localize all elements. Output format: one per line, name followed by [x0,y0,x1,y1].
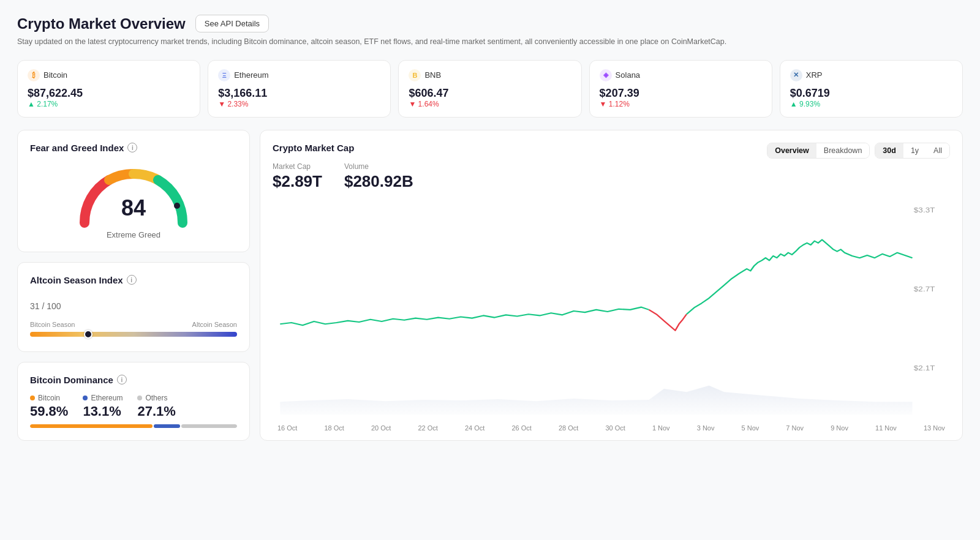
ticker-header-xrp: ✕ XRP [790,69,952,81]
fear-greed-info-icon[interactable]: i [127,143,137,152]
ticker-info-bitcoin: $87,622.45 ▲ 2.17% [28,87,83,108]
x-axis-label: 7 Nov [786,424,804,432]
dominance-value: 13.1% [83,403,123,419]
ticker-body-xrp: $0.6719 ▲ 9.93% [790,84,952,108]
main-grid: Fear and Greed Index i [17,130,963,441]
x-axis-label: 24 Oct [465,424,484,432]
dominance-bar-segment-bitcoin [30,424,153,428]
season-dot [84,330,92,339]
ticker-name-solana: Solana [616,70,640,80]
dominance-dot [137,396,142,400]
dominance-items: Bitcoin 59.8% Ethereum 13.1% Others 27.1… [30,394,237,419]
chart-header: Crypto Market Cap OverviewBreakdown 30d1… [273,143,950,159]
volume-metric: Volume $280.92B [344,162,413,191]
ticker-change-solana: ▼ 1.12% [600,100,639,108]
svg-text:$3.3T: $3.3T [914,206,935,214]
ticker-icon-solana: ◈ [600,69,612,81]
gauge-container: 84 Extreme Greed [30,162,237,239]
ticker-body-bnb: $606.47 ▼ 1.64% [409,84,571,108]
dominance-label: Bitcoin [30,394,68,402]
altcoin-value: 31 / 100 [30,294,237,313]
dominance-value: 27.1% [137,403,175,419]
ticker-name-bitcoin: Bitcoin [43,70,67,80]
x-axis-label: 1 Nov [652,424,670,432]
dominance-bar-segment-others [181,424,237,428]
x-axis-label: 5 Nov [742,424,760,432]
ticker-sparkline-bitcoin [123,84,190,108]
ticker-change-ethereum: ▼ 2.33% [218,100,267,108]
x-axis-label: 11 Nov [875,424,897,432]
ticker-header-bnb: B BNB [409,69,571,81]
page-title: Crypto Market Overview [17,15,186,32]
view-tabs: OverviewBreakdown [767,143,870,159]
view-tab-breakdown[interactable]: Breakdown [816,143,870,158]
ticker-name-bnb: BNB [424,70,441,80]
ticker-card-xrp[interactable]: ✕ XRP $0.6719 ▲ 9.93% [780,60,963,118]
page-header: Crypto Market Overview See API Details [17,15,963,32]
ticker-row: ₿ Bitcoin $87,622.45 ▲ 2.17% Ξ Ethereum … [17,60,963,118]
altcoin-info-icon[interactable]: i [127,275,137,285]
ticker-icon-xrp: ✕ [790,69,802,81]
x-axis: 16 Oct18 Oct20 Oct22 Oct24 Oct26 Oct28 O… [273,424,950,432]
ticker-price-bnb: $606.47 [409,87,448,100]
ticker-change-bitcoin: ▲ 2.17% [28,100,83,108]
dominance-label: Ethereum [83,394,123,402]
dominance-item-bitcoin: Bitcoin 59.8% [30,394,68,419]
fear-greed-card: Fear and Greed Index i [17,130,250,252]
ticker-change-bnb: ▼ 1.64% [409,100,448,108]
x-axis-label: 28 Oct [559,424,578,432]
ticker-price-ethereum: $3,166.11 [218,87,267,100]
ticker-header-bitcoin: ₿ Bitcoin [28,69,190,81]
ticker-header-ethereum: Ξ Ethereum [218,69,380,81]
dominance-dot [83,396,88,400]
ticker-info-xrp: $0.6719 ▲ 9.93% [790,87,830,108]
svg-text:$2.1T: $2.1T [914,364,935,372]
season-labels: Bitcoin Season Altcoin Season [30,321,237,328]
dominance-card: Bitcoin Dominance i Bitcoin 59.8% Ethere… [17,362,250,441]
x-axis-label: 18 Oct [324,424,344,432]
ticker-card-solana[interactable]: ◈ Solana $207.39 ▼ 1.12% [589,60,772,118]
period-tab-all[interactable]: All [926,143,949,158]
dominance-info-icon[interactable]: i [117,375,127,384]
ticker-price-xrp: $0.6719 [790,87,830,100]
market-cap-chart: $3.3T $2.7T $2.1T [273,201,950,421]
ticker-icon-ethereum: Ξ [218,69,230,81]
dominance-item-ethereum: Ethereum 13.1% [83,394,123,419]
x-axis-label: 9 Nov [831,424,848,432]
chart-controls: OverviewBreakdown 30d1yAll [767,143,950,159]
x-axis-label: 3 Nov [697,424,715,432]
x-axis-label: 30 Oct [605,424,625,432]
period-tab-30d[interactable]: 30d [875,143,903,158]
ticker-name-ethereum: Ethereum [234,70,268,80]
dominance-label: Others [137,394,175,402]
x-axis-label: 20 Oct [371,424,391,432]
svg-text:$2.7T: $2.7T [914,285,935,293]
ticker-sparkline-xrp [885,84,952,108]
ticker-card-bnb[interactable]: B BNB $606.47 ▼ 1.64% [398,60,581,118]
ticker-body-ethereum: $3,166.11 ▼ 2.33% [218,84,380,108]
left-column: Fear and Greed Index i [17,130,250,441]
period-tabs: 30d1yAll [875,143,950,159]
dominance-bar [30,424,237,428]
ticker-card-bitcoin[interactable]: ₿ Bitcoin $87,622.45 ▲ 2.17% [17,60,200,118]
dominance-item-others: Others 27.1% [137,394,175,419]
x-axis-label: 26 Oct [511,424,531,432]
ticker-body-bitcoin: $87,622.45 ▲ 2.17% [28,84,190,108]
dominance-value: 59.8% [30,403,68,419]
api-details-button[interactable]: See API Details [195,15,269,32]
chart-title: Crypto Market Cap [273,143,354,153]
ticker-price-bitcoin: $87,622.45 [28,87,83,100]
ticker-sparkline-solana [695,84,762,108]
market-cap-metric: Market Cap $2.89T [273,162,322,191]
dominance-bar-segment-ethereum [154,424,181,428]
ticker-card-ethereum[interactable]: Ξ Ethereum $3,166.11 ▼ 2.33% [208,60,391,118]
ticker-body-solana: $207.39 ▼ 1.12% [600,84,762,108]
ticker-icon-bitcoin: ₿ [28,69,40,81]
x-axis-label: 16 Oct [277,424,297,432]
ticker-price-solana: $207.39 [600,87,639,100]
period-tab-1y[interactable]: 1y [903,143,926,158]
altcoin-card: Altcoin Season Index i 31 / 100 Bitcoin … [17,262,250,352]
ticker-icon-bnb: B [409,69,421,81]
view-tab-overview[interactable]: Overview [767,143,816,158]
ticker-info-solana: $207.39 ▼ 1.12% [600,87,639,108]
